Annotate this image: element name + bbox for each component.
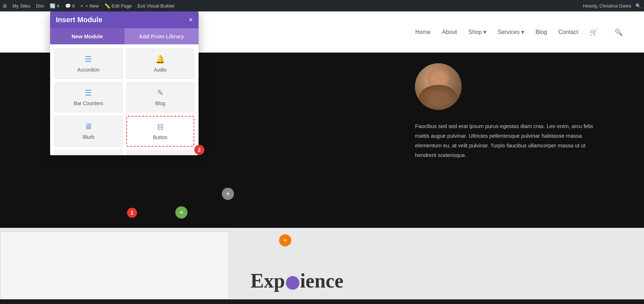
- panel-body: ☰ Accordion 🔔 Audio ☰ Bar Counters ✎ Blo…: [50, 44, 199, 155]
- badge-2: 2: [194, 145, 204, 155]
- module-button-label: Button: [153, 134, 167, 140]
- nav-services[interactable]: Services ▾: [498, 29, 524, 35]
- admin-bar: ⊞ My Sites Divi 🔄 4 💬 0 + + New ✏️ Edit …: [0, 0, 644, 11]
- cart-icon[interactable]: 🛒: [590, 28, 597, 36]
- divi-link[interactable]: Divi: [36, 3, 44, 9]
- avatar: [415, 63, 462, 110]
- panel-header: Insert Module ×: [50, 11, 199, 28]
- module-circle-counter[interactable]: ◎ Circle Counter: [126, 150, 195, 155]
- audio-icon: 🔔: [155, 55, 165, 64]
- add-section-button-gray[interactable]: +: [222, 188, 234, 200]
- updates-link[interactable]: 🔄 4: [50, 3, 59, 9]
- panel-title: Insert Module: [56, 16, 102, 24]
- add-section-button-orange[interactable]: +: [279, 234, 291, 246]
- module-audio-label: Audio: [154, 67, 167, 73]
- blog-icon: ✎: [157, 88, 164, 98]
- user-greeting: Howdy, Christina Gwira: [583, 3, 631, 9]
- nav-about[interactable]: About: [442, 29, 457, 35]
- module-blurb-label: Blurb: [83, 134, 94, 140]
- my-sites-link[interactable]: My Sites: [13, 3, 30, 9]
- search-icon[interactable]: 🔍: [635, 3, 641, 9]
- exit-builder-link[interactable]: Exit Visual Builder: [137, 3, 175, 9]
- experience-heading: Expience: [250, 269, 343, 292]
- module-bar-counters-label: Bar Counters: [74, 100, 103, 106]
- module-blurb[interactable]: 🖥 Blurb: [54, 116, 123, 147]
- module-call-to-action[interactable]: 📢 Call To Action: [54, 150, 123, 155]
- page-wrapper: Home About Shop ▾ Services ▾ Blog Contac…: [0, 11, 644, 304]
- nav-home[interactable]: Home: [415, 29, 431, 35]
- module-blog[interactable]: ✎ Blog: [126, 82, 195, 112]
- site-nav: Home About Shop ▾ Services ▾ Blog Contac…: [415, 28, 623, 36]
- hero-body: Faucibus sed sed erat ipsum purus egesta…: [415, 121, 601, 160]
- close-button[interactable]: ×: [189, 16, 193, 24]
- panel-tabs: New Module Add From Library: [50, 28, 199, 44]
- tab-add-from-library[interactable]: Add From Library: [125, 28, 199, 44]
- module-audio[interactable]: 🔔 Audio: [126, 49, 195, 79]
- avatar-image: [415, 63, 462, 110]
- module-accordion[interactable]: ☰ Accordion: [54, 49, 123, 79]
- purple-dot: [286, 276, 299, 290]
- tab-new-module[interactable]: New Module: [50, 28, 125, 44]
- module-accordion-label: Accordion: [77, 67, 99, 73]
- comments-link[interactable]: 💬 0: [65, 3, 75, 9]
- edit-page-link[interactable]: ✏️ Edit Page: [104, 3, 132, 9]
- insert-module-panel: Insert Module × New Module Add From Libr…: [50, 11, 199, 155]
- hero-right: Faucibus sed sed erat ipsum purus egesta…: [415, 63, 601, 160]
- gray-section: Expience: [0, 228, 644, 299]
- bar-counters-icon: ☰: [85, 88, 92, 98]
- badge-1: 1: [127, 208, 137, 218]
- wp-icon[interactable]: ⊞: [3, 3, 7, 9]
- search-icon[interactable]: 🔍: [615, 28, 623, 36]
- nav-blog[interactable]: Blog: [536, 29, 547, 35]
- nav-shop[interactable]: Shop ▾: [468, 29, 486, 35]
- button-icon: ⊟: [157, 122, 164, 132]
- nav-contact[interactable]: Contact: [558, 29, 578, 35]
- add-section-button-green[interactable]: +: [175, 206, 187, 219]
- accordion-icon: ☰: [85, 55, 92, 64]
- module-blog-label: Blog: [155, 100, 165, 106]
- blurb-icon: 🖥: [84, 122, 92, 131]
- new-link[interactable]: + + New: [80, 3, 99, 9]
- module-bar-counters[interactable]: ☰ Bar Counters: [54, 82, 123, 112]
- module-button[interactable]: ⊟ Button: [126, 116, 195, 147]
- content-box: [0, 231, 229, 299]
